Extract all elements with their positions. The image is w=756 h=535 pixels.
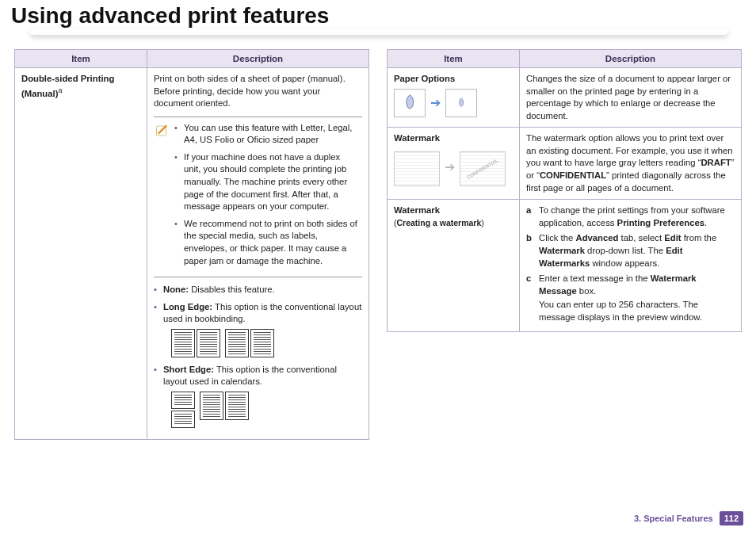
step-term: Watermark — [539, 246, 585, 255]
step-a: To change the print settings from your s… — [526, 204, 735, 232]
step-text: Click the — [539, 233, 575, 243]
option-none-label: None: — [163, 285, 189, 294]
page-thumb-watermark-icon — [460, 151, 506, 186]
col-header-item: Item — [15, 50, 147, 68]
page-thumb-icon — [394, 151, 440, 186]
item-watermark-create: Watermark (Creating a watermark) — [388, 200, 520, 332]
doc-stack-icon — [171, 392, 195, 428]
doc-pair-icon — [225, 329, 274, 357]
step-term: Printing Preferences — [617, 218, 705, 227]
wm-draft: DRAFT — [701, 158, 731, 167]
page-title: Using advanced print features — [11, 3, 756, 29]
doc-pair-icon — [200, 392, 249, 428]
option-short-label: Short Edge: — [163, 365, 214, 374]
col-header-desc: Description — [520, 50, 742, 68]
desc-watermark-create: To change the print settings from your s… — [520, 200, 742, 332]
paper-options-illustration: ➔ — [394, 89, 513, 117]
doc-pair-icon — [171, 329, 220, 357]
note-item: We recommend not to print on both sides … — [174, 218, 359, 272]
watermark-illustration: ➔ — [394, 148, 513, 186]
step-text: window appears. — [590, 258, 659, 268]
item-watermark-create-sub-bold: Creating a watermark — [397, 218, 482, 227]
doc-small-icon — [445, 89, 477, 117]
col-header-desc: Description — [147, 50, 369, 68]
item-watermark: Watermark ➔ — [388, 128, 520, 200]
wm-confidential: CONFIDENTIAL — [540, 170, 606, 180]
doc-large-icon — [394, 89, 426, 117]
left-column: Item Description Double-sided Printing (… — [14, 49, 369, 440]
arrow-right-icon: ➔ — [445, 159, 455, 176]
step-text: Enter a text message in the — [539, 273, 651, 283]
item-watermark-create-label: Watermark — [394, 205, 440, 215]
footer-chapter: 3. Special Features — [634, 514, 713, 523]
note-item: If your machine does not have a duplex u… — [174, 151, 359, 218]
step-text: box. — [577, 286, 597, 296]
item-double-sided-sup: a — [58, 86, 62, 94]
desc-watermark: The watermark option allows you to print… — [520, 128, 742, 200]
step-text: . — [704, 218, 707, 227]
step-b: Click the Advanced tab, select Edit from… — [526, 232, 735, 273]
item-double-sided-sub: (Manual) — [21, 88, 58, 97]
desc-double-sided: Print on both sides of a sheet of paper … — [147, 68, 369, 440]
step-text: from the — [682, 233, 717, 243]
col-header-item: Item — [388, 50, 520, 68]
step-c-extra: You can enter up to 256 characters. The … — [539, 299, 735, 323]
long-edge-illustration — [171, 329, 362, 357]
desc-paper-options: Changes the size of a document to appear… — [520, 68, 742, 128]
option-long-edge: Long Edge: This option is the convention… — [154, 301, 362, 364]
option-long-label: Long Edge: — [163, 302, 212, 311]
step-term: Advanced — [575, 233, 618, 243]
step-term: Edit — [664, 233, 681, 243]
left-table: Item Description Double-sided Printing (… — [14, 49, 369, 440]
step-text: tab, select — [618, 233, 664, 243]
options-list: None: Disables this feature. Long Edge: … — [154, 284, 362, 434]
step-c: Enter a text message in the Watermark Me… — [526, 273, 735, 327]
right-table: Item Description Paper Options ➔ Changes… — [387, 49, 742, 332]
short-edge-illustration — [171, 392, 362, 428]
item-watermark-label: Watermark — [394, 133, 440, 143]
note-icon — [155, 124, 170, 138]
option-none: None: Disables this feature. — [154, 284, 362, 301]
option-short-edge: Short Edge: This option is the conventio… — [154, 364, 362, 434]
page-footer: 3. Special Features 112 — [634, 511, 743, 525]
title-divider — [30, 29, 727, 35]
watermark-steps: To change the print settings from your s… — [526, 204, 735, 327]
arrow-right-icon: ➔ — [430, 94, 441, 112]
item-double-sided: Double-sided Printing (Manual)a — [15, 68, 147, 440]
item-double-sided-main: Double-sided Printing — [21, 74, 114, 83]
step-text: drop-down list. The — [585, 246, 666, 255]
item-paper-options-label: Paper Options — [394, 74, 455, 83]
note-list: You can use this feature with Letter, Le… — [174, 122, 359, 272]
note-box: You can use this feature with Letter, Le… — [154, 117, 362, 277]
right-column: Item Description Paper Options ➔ Changes… — [387, 49, 742, 440]
item-watermark-create-sub: (Creating a watermark) — [394, 218, 484, 227]
note-item: You can use this feature with Letter, Le… — [174, 122, 359, 151]
double-sided-intro: Print on both sides of a sheet of paper … — [154, 73, 362, 110]
option-none-text: Disables this feature. — [189, 285, 275, 294]
item-paper-options: Paper Options ➔ — [388, 68, 520, 128]
footer-page-number: 112 — [720, 511, 743, 525]
